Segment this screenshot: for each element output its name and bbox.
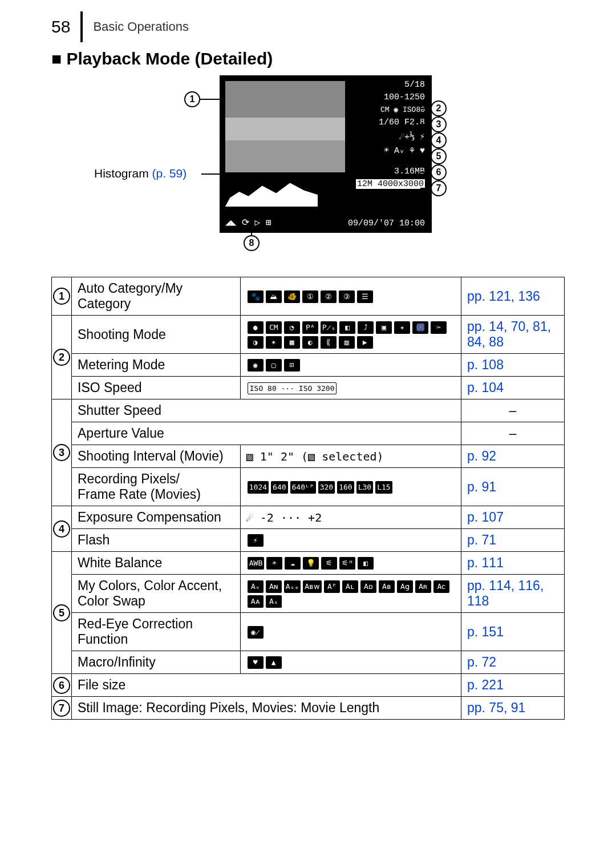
leader-line (420, 172, 431, 173)
callout-4: 4 (431, 132, 447, 148)
row-num: 4 (53, 520, 70, 538)
row-label: Aperture Value (72, 422, 241, 445)
dash: – (461, 422, 565, 445)
row-num: 5 (53, 604, 70, 621)
row-icons: ◉̷ (240, 613, 461, 651)
datetime: 09/09/'07 10:00 (348, 219, 425, 228)
leader-line (200, 99, 225, 100)
table-row: Aperture Value – (52, 422, 565, 445)
page-ref-link[interactable]: p. 91 (467, 479, 496, 494)
page-ref-link[interactable]: p. 151 (467, 624, 504, 639)
table-row: 2 Shooting Mode ●CM◔PᴬP̷ₛ◧⤴▣✦🎆✂◑✶▦◐⟪▥▶ p… (52, 316, 565, 354)
camera-screen: 5/18 100-1250 CM ◉ ISO80 1/60 F2.8 ☄+⅓ ⚡… (220, 75, 432, 233)
table-row: Red-Eye Correction Function ◉̷ p. 151 (52, 613, 565, 651)
row-label: File size (72, 674, 461, 697)
table-row: ISO Speed ISO 80 ··· ISO 3200 p. 104 (52, 377, 565, 399)
row-label: White Balance (72, 552, 241, 575)
callout-6: 6 (431, 164, 447, 180)
page-ref-link[interactable]: p. 104 (467, 380, 504, 395)
callout-3: 3 (431, 116, 447, 132)
row-label: Recording Pixels/ Frame Rate (Movies) (72, 468, 241, 506)
histogram-label: Histogram (p. 59) (94, 167, 187, 180)
row-label: ISO Speed (72, 377, 241, 399)
page-ref-link[interactable]: pp. 14, 70, 81, 84, 88 (467, 319, 551, 349)
leader-line (420, 140, 431, 141)
row-label: Shooting Mode (72, 316, 241, 354)
table-row: Metering Mode ◉▢⊡ p. 108 (52, 354, 565, 377)
row-label: Auto Category/My Category (72, 277, 241, 316)
callout-5: 5 (431, 148, 447, 164)
bottom-left-icons: ◢◣ ⟳ ▷ ⊞ (225, 217, 271, 228)
table-row: 7 Still Image: Recording Pixels, Movies:… (52, 697, 565, 720)
row-icons: AWB☀☁💡⚟⚟ᴴ◧ (240, 552, 461, 575)
row-label: Red-Eye Correction Function (72, 613, 241, 651)
row-icons: ISO 80 ··· ISO 3200 (240, 377, 461, 399)
wb-line: ☀ Aᵥ ⚘ ♥ (384, 145, 425, 156)
leader-line (420, 108, 431, 109)
row-label: Shooting Interval (Movie) (72, 445, 241, 468)
table-row: Macro/Infinity ♥▲ p. 72 (52, 651, 565, 674)
page-ref-link[interactable]: p. 111 (467, 555, 504, 570)
page-header: 58 Basic Operations (51, 11, 565, 42)
page-title: Playback Mode (Detailed) (51, 49, 565, 68)
table-row: 6 File size p. 221 (52, 674, 565, 697)
row-icons: ◉▢⊡ (240, 354, 461, 377)
page-ref-link[interactable]: pp. 114, 116, 118 (467, 578, 544, 608)
row-num: 7 (53, 700, 70, 717)
table-row: Flash ⚡ p. 71 (52, 529, 565, 552)
page-ref-link[interactable]: p. 92 (467, 449, 496, 463)
details-table: 1 Auto Category/My Category 🐾⛰🐠①②③☰ pp. … (51, 277, 565, 720)
leader-line (201, 173, 224, 175)
leader-line (420, 156, 431, 157)
iso-line: CM ◉ ISO80 (380, 105, 425, 114)
row-icons: ●CM◔PᴬP̷ₛ◧⤴▣✦🎆✂◑✶▦◐⟪▥▶ (240, 316, 461, 354)
callout-1: 1 (184, 91, 200, 107)
row-num: 6 (53, 677, 70, 694)
page-ref-link[interactable]: pp. 121, 136 (467, 289, 540, 304)
row-label: Exposure Compensation (72, 506, 241, 529)
row-label: Macro/Infinity (72, 651, 241, 674)
header-divider (80, 11, 83, 42)
callout-7: 7 (431, 180, 447, 196)
counter: 5/18 (404, 80, 425, 90)
row-icons (240, 422, 461, 445)
row-icons: 🐾⛰🐠①②③☰ (240, 277, 461, 316)
table-row: 1 Auto Category/My Category 🐾⛰🐠①②③☰ pp. … (52, 277, 565, 316)
leader-line (420, 188, 431, 189)
leader-line (251, 227, 252, 236)
table-row: 4 Exposure Compensation ☄ -2 ··· +2 p. 1… (52, 506, 565, 529)
table-row: Shooting Interval (Movie) ▧ 1" 2" (▧ sel… (52, 445, 565, 468)
histogram-link[interactable]: (p. 59) (152, 167, 187, 180)
row-icons: ▧ 1" 2" (▧ selected) (240, 445, 461, 468)
page-ref-link[interactable]: pp. 75, 91 (467, 700, 525, 715)
row-icons: 1024640640ᴸᴾ320160L30L15 (240, 468, 461, 506)
row-num: 2 (53, 349, 70, 366)
page-ref-link[interactable]: p. 221 (467, 677, 504, 692)
table-row: Recording Pixels/ Frame Rate (Movies) 10… (52, 468, 565, 506)
page-ref-link[interactable]: p. 107 (467, 510, 504, 524)
row-icons: ⚡ (240, 529, 461, 552)
table-row: 3 Shutter Speed – (52, 399, 565, 422)
callout-8: 8 (244, 235, 260, 251)
dash: – (461, 399, 565, 422)
row-icons: ♥▲ (240, 651, 461, 674)
row-num: 1 (53, 288, 70, 305)
row-label: Shutter Speed (72, 399, 241, 422)
row-icons: AᵥAɴAₛₑAʙᴡAᴾAʟAᴅAʙA𝗀AʀA𝖼AᴀAₛ (240, 575, 461, 613)
histogram-icon (225, 177, 318, 207)
table-row: My Colors, Color Accent, Color Swap AᵥAɴ… (52, 575, 565, 613)
page-ref-link[interactable]: p. 71 (467, 532, 496, 547)
thumbnail-icon (225, 81, 345, 172)
row-icons (240, 399, 461, 422)
row-label: Metering Mode (72, 354, 241, 377)
page-ref-link[interactable]: p. 72 (467, 655, 496, 669)
page-ref-link[interactable]: p. 108 (467, 357, 504, 372)
leader-line (420, 124, 431, 125)
row-label: Still Image: Recording Pixels, Movies: M… (72, 697, 461, 720)
row-label: My Colors, Color Accent, Color Swap (72, 575, 241, 613)
pixels-line: 12M 4000x3000 (356, 179, 425, 189)
page-number: 58 (51, 17, 70, 37)
exposure-line: 1/60 F2.8 (379, 118, 425, 127)
row-num: 3 (53, 444, 70, 461)
playback-diagram: 5/18 100-1250 CM ◉ ISO80 1/60 F2.8 ☄+⅓ ⚡… (94, 75, 522, 272)
